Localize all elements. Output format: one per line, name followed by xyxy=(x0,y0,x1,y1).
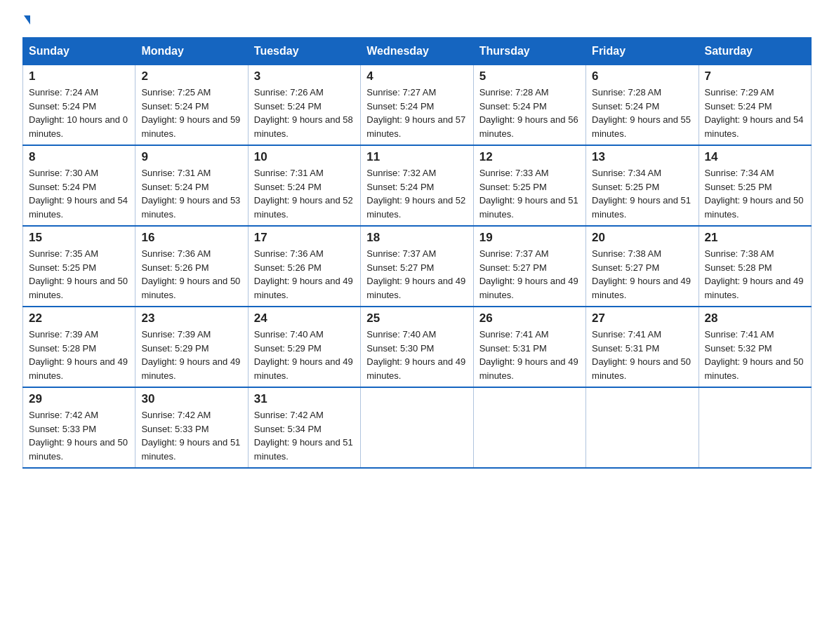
day-number: 22 xyxy=(29,311,129,326)
day-number: 27 xyxy=(592,311,692,326)
calendar-cell xyxy=(699,387,811,468)
calendar-cell: 3 Sunrise: 7:26 AMSunset: 5:24 PMDayligh… xyxy=(248,65,360,146)
day-number: 12 xyxy=(479,150,580,164)
day-info: Sunrise: 7:27 AMSunset: 5:24 PMDaylight:… xyxy=(366,87,465,139)
day-info: Sunrise: 7:42 AMSunset: 5:34 PMDaylight:… xyxy=(254,410,353,462)
day-number: 5 xyxy=(479,69,580,83)
header-thursday: Thursday xyxy=(473,38,585,65)
day-info: Sunrise: 7:34 AMSunset: 5:25 PMDaylight:… xyxy=(592,168,691,220)
day-number: 24 xyxy=(254,311,355,326)
calendar-header-row: SundayMondayTuesdayWednesdayThursdayFrid… xyxy=(23,38,812,65)
calendar-cell: 6 Sunrise: 7:28 AMSunset: 5:24 PMDayligh… xyxy=(586,65,699,146)
day-info: Sunrise: 7:41 AMSunset: 5:31 PMDaylight:… xyxy=(592,329,691,381)
logo xyxy=(22,17,30,26)
calendar-table: SundayMondayTuesdayWednesdayThursdayFrid… xyxy=(22,37,812,469)
day-info: Sunrise: 7:36 AMSunset: 5:26 PMDaylight:… xyxy=(254,248,353,300)
week-row-1: 1 Sunrise: 7:24 AMSunset: 5:24 PMDayligh… xyxy=(23,65,812,146)
day-info: Sunrise: 7:28 AMSunset: 5:24 PMDaylight:… xyxy=(592,87,691,139)
header-wednesday: Wednesday xyxy=(361,38,473,65)
day-number: 2 xyxy=(141,69,241,83)
calendar-cell: 29 Sunrise: 7:42 AMSunset: 5:33 PMDaylig… xyxy=(23,387,135,468)
calendar-cell: 7 Sunrise: 7:29 AMSunset: 5:24 PMDayligh… xyxy=(699,65,811,146)
calendar-cell: 12 Sunrise: 7:33 AMSunset: 5:25 PMDaylig… xyxy=(473,145,585,226)
calendar-cell: 19 Sunrise: 7:37 AMSunset: 5:27 PMDaylig… xyxy=(473,226,585,307)
day-info: Sunrise: 7:24 AMSunset: 5:24 PMDaylight:… xyxy=(29,87,128,139)
calendar-cell: 16 Sunrise: 7:36 AMSunset: 5:26 PMDaylig… xyxy=(135,226,248,307)
day-info: Sunrise: 7:30 AMSunset: 5:24 PMDaylight:… xyxy=(29,168,128,220)
calendar-cell: 26 Sunrise: 7:41 AMSunset: 5:31 PMDaylig… xyxy=(473,307,585,387)
header-sunday: Sunday xyxy=(23,38,135,65)
calendar-cell xyxy=(586,387,699,468)
calendar-cell xyxy=(361,387,473,468)
day-number: 10 xyxy=(254,150,355,164)
calendar-cell: 31 Sunrise: 7:42 AMSunset: 5:34 PMDaylig… xyxy=(248,387,360,468)
day-info: Sunrise: 7:38 AMSunset: 5:28 PMDaylight:… xyxy=(705,248,804,300)
day-info: Sunrise: 7:41 AMSunset: 5:32 PMDaylight:… xyxy=(705,329,804,381)
day-number: 26 xyxy=(479,311,580,326)
day-number: 19 xyxy=(479,231,580,245)
day-info: Sunrise: 7:34 AMSunset: 5:25 PMDaylight:… xyxy=(705,168,804,220)
day-info: Sunrise: 7:40 AMSunset: 5:30 PMDaylight:… xyxy=(366,329,465,381)
day-number: 28 xyxy=(705,311,805,326)
day-info: Sunrise: 7:41 AMSunset: 5:31 PMDaylight:… xyxy=(479,329,578,381)
calendar-cell: 2 Sunrise: 7:25 AMSunset: 5:24 PMDayligh… xyxy=(135,65,248,146)
day-info: Sunrise: 7:25 AMSunset: 5:24 PMDaylight:… xyxy=(141,87,240,139)
calendar-cell: 9 Sunrise: 7:31 AMSunset: 5:24 PMDayligh… xyxy=(135,145,248,226)
day-info: Sunrise: 7:33 AMSunset: 5:25 PMDaylight:… xyxy=(479,168,578,220)
day-info: Sunrise: 7:36 AMSunset: 5:26 PMDaylight:… xyxy=(141,248,240,300)
calendar-cell: 4 Sunrise: 7:27 AMSunset: 5:24 PMDayligh… xyxy=(361,65,473,146)
day-number: 25 xyxy=(366,311,467,326)
day-info: Sunrise: 7:26 AMSunset: 5:24 PMDaylight:… xyxy=(254,87,353,139)
day-info: Sunrise: 7:37 AMSunset: 5:27 PMDaylight:… xyxy=(479,248,578,300)
calendar-cell: 24 Sunrise: 7:40 AMSunset: 5:29 PMDaylig… xyxy=(248,307,360,387)
day-info: Sunrise: 7:42 AMSunset: 5:33 PMDaylight:… xyxy=(141,410,240,462)
day-number: 1 xyxy=(29,69,129,83)
day-number: 9 xyxy=(141,150,241,164)
calendar-cell xyxy=(473,387,585,468)
day-info: Sunrise: 7:39 AMSunset: 5:28 PMDaylight:… xyxy=(29,329,128,381)
calendar-cell: 22 Sunrise: 7:39 AMSunset: 5:28 PMDaylig… xyxy=(23,307,135,387)
calendar-cell: 18 Sunrise: 7:37 AMSunset: 5:27 PMDaylig… xyxy=(361,226,473,307)
calendar-cell: 15 Sunrise: 7:35 AMSunset: 5:25 PMDaylig… xyxy=(23,226,135,307)
day-number: 15 xyxy=(29,231,129,245)
calendar-cell: 8 Sunrise: 7:30 AMSunset: 5:24 PMDayligh… xyxy=(23,145,135,226)
calendar-cell: 5 Sunrise: 7:28 AMSunset: 5:24 PMDayligh… xyxy=(473,65,585,146)
calendar-cell: 27 Sunrise: 7:41 AMSunset: 5:31 PMDaylig… xyxy=(586,307,699,387)
header-saturday: Saturday xyxy=(699,38,811,65)
header-friday: Friday xyxy=(586,38,699,65)
day-number: 13 xyxy=(592,150,692,164)
logo-triangle-icon xyxy=(24,15,30,25)
day-info: Sunrise: 7:29 AMSunset: 5:24 PMDaylight:… xyxy=(705,87,804,139)
calendar-cell: 28 Sunrise: 7:41 AMSunset: 5:32 PMDaylig… xyxy=(699,307,811,387)
calendar-cell: 25 Sunrise: 7:40 AMSunset: 5:30 PMDaylig… xyxy=(361,307,473,387)
calendar-cell: 20 Sunrise: 7:38 AMSunset: 5:27 PMDaylig… xyxy=(586,226,699,307)
day-info: Sunrise: 7:31 AMSunset: 5:24 PMDaylight:… xyxy=(141,168,240,220)
day-info: Sunrise: 7:31 AMSunset: 5:24 PMDaylight:… xyxy=(254,168,353,220)
day-info: Sunrise: 7:28 AMSunset: 5:24 PMDaylight:… xyxy=(479,87,578,139)
calendar-cell: 10 Sunrise: 7:31 AMSunset: 5:24 PMDaylig… xyxy=(248,145,360,226)
calendar-cell: 21 Sunrise: 7:38 AMSunset: 5:28 PMDaylig… xyxy=(699,226,811,307)
calendar-cell: 30 Sunrise: 7:42 AMSunset: 5:33 PMDaylig… xyxy=(135,387,248,468)
calendar-cell: 17 Sunrise: 7:36 AMSunset: 5:26 PMDaylig… xyxy=(248,226,360,307)
day-number: 6 xyxy=(592,69,692,83)
day-info: Sunrise: 7:32 AMSunset: 5:24 PMDaylight:… xyxy=(366,168,465,220)
calendar-cell: 23 Sunrise: 7:39 AMSunset: 5:29 PMDaylig… xyxy=(135,307,248,387)
header-monday: Monday xyxy=(135,38,248,65)
day-number: 21 xyxy=(705,231,805,245)
day-number: 30 xyxy=(141,392,241,406)
calendar-cell: 11 Sunrise: 7:32 AMSunset: 5:24 PMDaylig… xyxy=(361,145,473,226)
day-number: 14 xyxy=(705,150,805,164)
day-number: 11 xyxy=(366,150,467,164)
day-number: 16 xyxy=(141,231,241,245)
day-number: 31 xyxy=(254,392,355,406)
day-number: 17 xyxy=(254,231,355,245)
day-number: 23 xyxy=(141,311,241,326)
day-number: 4 xyxy=(366,69,467,83)
calendar-cell: 13 Sunrise: 7:34 AMSunset: 5:25 PMDaylig… xyxy=(586,145,699,226)
day-info: Sunrise: 7:39 AMSunset: 5:29 PMDaylight:… xyxy=(141,329,240,381)
day-info: Sunrise: 7:35 AMSunset: 5:25 PMDaylight:… xyxy=(29,248,128,300)
day-number: 18 xyxy=(366,231,467,245)
calendar-cell: 1 Sunrise: 7:24 AMSunset: 5:24 PMDayligh… xyxy=(23,65,135,146)
day-number: 7 xyxy=(705,69,805,83)
week-row-4: 22 Sunrise: 7:39 AMSunset: 5:28 PMDaylig… xyxy=(23,307,812,387)
